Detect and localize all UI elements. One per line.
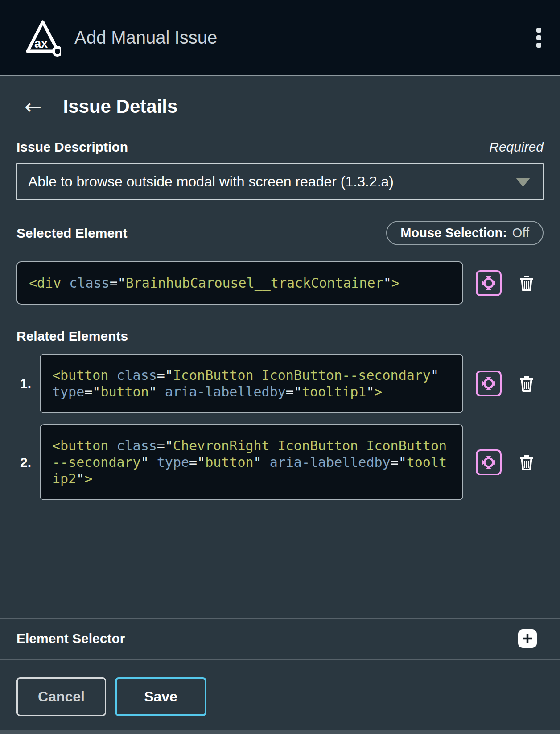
svg-text:ax: ax [34,37,48,50]
app-header: ax Add Manual Issue [0,0,560,75]
related-elements-label: Related Elements [16,329,128,344]
related-element-row-2: 2. <button class="ChevronRight IconButto… [16,424,544,500]
issue-details-panel: ← Issue Details Issue Description Requir… [0,75,560,734]
chevron-down-icon [516,178,530,187]
selected-element-code: <div class="BrainhubCarousel__trackConta… [29,275,399,291]
trash-icon [519,375,534,392]
back-arrow-icon[interactable]: ← [25,96,42,117]
required-note: Required [489,140,544,155]
page-title: Issue Details [63,96,178,117]
related-element-code-box: <button class="ChevronRight IconButton I… [40,424,463,500]
selected-element-row: <div class="BrainhubCarousel__trackConta… [16,261,544,305]
related-element-code-box: <button class="IconButton IconButton--se… [40,354,463,413]
element-selector-bar: Element Selector [0,618,560,659]
trash-icon [519,454,534,471]
element-selector-label: Element Selector [16,631,125,646]
delete-selected-element-button[interactable] [519,274,535,293]
selected-element-label: Selected Element [16,226,127,241]
related-element-number: 1. [20,376,30,391]
highlight-target-button[interactable] [476,371,502,396]
delete-related-element-button[interactable] [519,453,535,472]
cancel-button[interactable]: Cancel [16,677,106,716]
issue-description-selected-value: Able to browse outside modal with screen… [28,173,394,190]
header-divider [515,0,515,75]
issue-description-label: Issue Description [16,140,128,155]
highlight-target-button[interactable] [476,449,502,475]
issue-description-select[interactable]: Able to browse outside modal with screen… [16,163,544,200]
axe-logo-icon: ax [25,18,61,57]
related-element-number: 2. [20,455,30,470]
crosshair-target-icon [481,375,497,392]
crosshair-target-icon [481,275,497,291]
add-selector-button[interactable] [518,629,537,648]
mouse-selection-label: Mouse Selection: [400,226,507,240]
footer-actions: Cancel Save [0,659,560,730]
related-element-code: <button class="ChevronRight IconButton I… [52,438,447,487]
app-title: Add Manual Issue [74,28,217,48]
mouse-selection-value: Off [512,226,529,240]
crosshair-target-icon [481,454,497,470]
trash-icon [519,275,534,292]
related-element-code: <button class="IconButton IconButton--se… [52,367,439,400]
save-button[interactable]: Save [115,677,206,716]
mouse-selection-toggle[interactable]: Mouse Selection: Off [386,221,544,245]
delete-related-element-button[interactable] [519,374,535,393]
selected-element-code-box: <div class="BrainhubCarousel__trackConta… [16,261,463,305]
plus-icon [522,633,533,644]
kebab-menu-icon[interactable] [527,20,550,55]
bottom-edge-strip [0,730,560,734]
related-element-row-1: 1. <button class="IconButton IconButton-… [16,354,544,413]
highlight-target-button[interactable] [476,270,502,296]
